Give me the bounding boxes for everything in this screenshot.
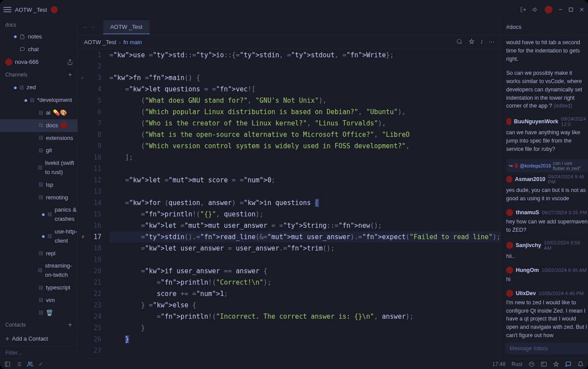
channel-item-*development[interactable]: ⛓*development [0,94,77,107]
svg-point-15 [532,363,532,364]
channel-label: repl [46,249,56,258]
sidebar-user[interactable]: nova-666 [0,56,77,69]
exit-icon[interactable] [520,7,526,13]
channel-item-lsp[interactable]: ⛓lsp [0,179,77,191]
unread-dot [42,213,45,216]
chat-panel-icon[interactable] [565,361,571,367]
channel-item-extensions[interactable]: ⛓extensions [0,132,77,145]
menu-icon[interactable] [4,6,11,14]
sidebar-notes[interactable]: notes [0,31,77,43]
breadcrumb-root: AOTW _Test [84,39,116,45]
more-icon[interactable]: ⋯ [489,38,494,45]
chat-input[interactable]: Message #docs [505,343,588,354]
notifications-icon[interactable] [578,361,584,367]
hash-icon: ⛓ [38,122,43,129]
channel-item-streaming-on-twitch[interactable]: ⛓streaming-on-twitch [0,260,77,282]
channel-item-remoting[interactable]: ⛓remoting [0,191,77,204]
sidebar-section-docs[interactable]: docs [0,19,77,31]
msg-user: Asman2010 [515,176,546,182]
channel-item-zed[interactable]: ⛓zed [0,81,77,94]
unread-dot [14,87,17,89]
channel-avatar [60,122,67,129]
outline-icon[interactable] [16,361,22,367]
channel-item-ai[interactable]: ⛓ai 💊🎨 [0,107,77,119]
msg-body: can we have anything way like jump into … [506,129,588,153]
msg-time: 10/05/2024 4:40 PM [539,291,584,296]
hash-icon: ⛓ [38,194,43,202]
sidebar-chat[interactable]: chat [0,43,77,56]
filter-input[interactable]: Filter... [0,346,77,359]
channel-item-docs[interactable]: ⛓docs [0,119,77,132]
language-mode[interactable]: Rust [511,361,522,367]
nav-back-button[interactable]: ← [82,24,88,30]
cursor-icon[interactable]: I [481,38,483,45]
run-gutter-icon[interactable]: ▷ [81,72,84,84]
channel-item-use-http-client[interactable]: ⛓use-http-client [0,226,77,247]
cursor-position[interactable]: 17:48 [492,361,505,367]
channel-item-livekit (swift to rust)[interactable]: ⛓livekit (swift to rust) [0,157,77,179]
add-contact-button[interactable]: + Add a Contact [0,331,77,346]
search-icon[interactable] [456,38,462,45]
add-channel-button[interactable]: + [68,71,72,79]
user-avatar-small [5,59,12,66]
volume-icon[interactable] [532,7,539,13]
channel-label: vim [46,296,55,305]
breadcrumb[interactable]: AOTW _Test › fn main I ⋯ [78,35,500,49]
channel-item-vim[interactable]: ⛓vim [0,294,77,307]
add-contact-plus[interactable]: + [68,321,72,329]
channel-item-git[interactable]: ⛓git [0,144,77,157]
check-icon[interactable]: ✓ [38,361,43,367]
maximize-button[interactable] [569,7,573,12]
msg-time: 10/01/2024 9:58 AM [544,240,588,251]
unread-dot [14,35,17,38]
svg-point-2 [457,39,461,43]
chat-header: #docs [501,19,588,35]
user-avatar[interactable] [545,6,553,14]
people-icon[interactable] [27,361,33,367]
channel-label: panics & crashes [55,205,77,224]
hash-icon: ⛓ [38,164,42,172]
channel-label: use-http-client [55,227,77,246]
channel-tree: ⛓zed⛓*development⛓ai 💊🎨⛓docs ⛓extensions… [0,81,77,318]
hash-icon: ⛓ [47,211,52,219]
chat-message[interactable]: HungOm10/02/2024 8:45 AMhi [506,267,588,284]
chat-message[interactable]: UlixDev10/05/2024 4:40 PMI'm new to zed … [506,290,588,340]
svg-point-14 [531,363,531,364]
msg-user: Sanjivchy [516,242,541,248]
chat-message[interactable]: ↪ @kodega2016 can i use flutter in zed"A… [506,159,588,203]
minimize-button[interactable]: − [559,6,563,14]
assist-icon[interactable] [469,38,475,45]
bolt-gutter-icon[interactable]: ⚡ [81,231,84,243]
terminal-icon[interactable] [541,361,547,367]
svg-rect-16 [541,362,546,366]
chat-messages[interactable]: would have to hit tab a second time for … [501,35,588,340]
msg-user: thnamuS [516,209,539,216]
chat-message[interactable]: Sanjivchy10/01/2024 9:58 AMhii.. [506,240,588,261]
channel-item-typescript[interactable]: ⛓typescript [0,282,77,294]
svg-rect-1 [569,8,573,11]
svg-point-12 [28,362,31,364]
svg-point-13 [529,362,534,366]
hash-icon: ⛓ [38,147,43,155]
svg-marker-0 [533,8,535,11]
channel-item-panics & crashes[interactable]: ⛓panics & crashes [0,204,77,226]
status-bar: ✓ 17:48 Rust [0,359,588,369]
nav-forward-button[interactable]: → [90,24,95,30]
inline-assist-icon[interactable] [553,361,559,367]
msg-avatar [506,242,513,249]
close-button[interactable]: ✕ [579,6,584,13]
tab-active[interactable]: AOTW _Test [103,20,150,34]
channel-item-repl[interactable]: ⛓repl [0,247,77,260]
copilot-icon[interactable] [528,361,535,367]
channel-item-trash[interactable]: ⛓🗑️ [0,307,77,319]
channel-label: streaming-on-twitch [45,261,77,280]
chat-message[interactable]: BuuNguyenWork09/24/2024 12:0can we have … [506,116,588,153]
sidebar: docs notes chat nova-666 Channels + [0,19,78,359]
code-editor[interactable]: ▷ ⚡ 123456789101112131415161718192021222… [78,49,500,359]
share-icon[interactable] [67,59,73,65]
chat-message[interactable]: thnamuS09/27/2024 3:35 PMhey how can we … [506,209,588,234]
panel-left-icon[interactable] [4,361,10,367]
code-content[interactable]: ="kw">use ="ty">std::="ty">io::{="ty">st… [109,49,500,359]
channel-label: lsp [46,181,53,190]
unread-dot [24,99,27,102]
